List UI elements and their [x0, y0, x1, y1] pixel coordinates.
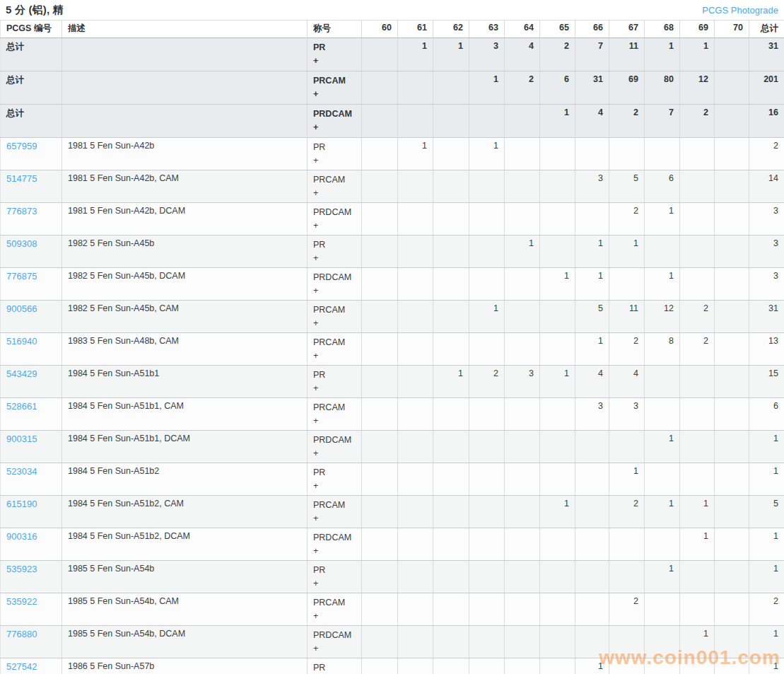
pcgs-number-link[interactable]: 900316	[6, 531, 37, 542]
row-total-cell: 3	[749, 236, 784, 268]
grade-64-cell	[505, 301, 540, 333]
row-total-cell: 1	[749, 463, 784, 496]
grade-64-cell	[505, 170, 540, 203]
row-total-cell: 2	[749, 593, 784, 626]
description-cell: 1986 5 Fen Sun-A57b	[62, 658, 308, 674]
grade-67-cell	[609, 268, 645, 301]
grade-60-cell	[362, 496, 398, 528]
pcgs-number-link[interactable]: 514775	[6, 173, 37, 184]
grade-65-cell	[540, 626, 575, 658]
grade-66-cell: 4	[575, 105, 609, 138]
designation-plus: +	[313, 88, 356, 101]
grade-65-cell	[540, 431, 575, 463]
grade-67-cell: 4	[609, 366, 645, 398]
description-cell: 1981 5 Fen Sun-A42b, CAM	[62, 170, 308, 203]
grade-69-cell	[680, 398, 715, 431]
row-total-cell: 1	[749, 561, 784, 593]
designation-plus: +	[313, 284, 356, 298]
designation-label: PRDCAM	[313, 271, 356, 284]
pcgs-number-link[interactable]: 776875	[6, 271, 37, 281]
pcgs-number-link[interactable]: 527542	[6, 661, 37, 672]
designation-label: PR	[313, 141, 356, 154]
coin-row: 5275421986 5 Fen Sun-A57bPR+11	[1, 658, 784, 674]
pcgs-number-link[interactable]: 657959	[6, 141, 37, 151]
total-label: 总计	[1, 71, 62, 105]
grade-60-cell	[362, 366, 398, 398]
grade-65-cell: 6	[540, 71, 575, 105]
grade-61-cell	[398, 105, 433, 138]
grade-68-cell: 80	[645, 71, 680, 105]
grade-62-cell	[433, 236, 469, 268]
grade-69-cell	[680, 366, 715, 398]
pcgs-number-link[interactable]: 509308	[6, 238, 37, 249]
designation-plus: +	[313, 121, 356, 134]
description-cell: 1984 5 Fen Sun-A51b1, DCAM	[62, 431, 308, 463]
pcgs-number-cell: 527542	[1, 658, 62, 674]
grade-66-cell: 1	[575, 333, 609, 366]
grade-70-cell	[715, 626, 749, 658]
row-total-cell: 1	[749, 528, 784, 561]
row-total-cell: 6	[749, 398, 784, 431]
grade-64-cell: 1	[505, 236, 540, 268]
grade-63-cell	[469, 528, 505, 561]
description-cell: 1984 5 Fen Sun-A51b1, CAM	[62, 398, 308, 431]
pcgs-number-link[interactable]: 535922	[6, 596, 37, 607]
grade-70-cell	[715, 38, 749, 71]
grade-61-cell	[398, 593, 433, 626]
grade-61-cell	[398, 626, 433, 658]
grade-62-cell: 1	[433, 38, 469, 71]
pcgs-photograde-link[interactable]: PCGS Photograde	[702, 5, 778, 16]
designation-cell: PR+	[308, 38, 362, 71]
grade-65-cell: 2	[540, 38, 575, 71]
coin-row: 6579591981 5 Fen Sun-A42bPR+112	[1, 138, 784, 170]
pcgs-number-link[interactable]: 900566	[6, 303, 37, 314]
grade-61-cell	[398, 561, 433, 593]
grade-67-cell: 69	[609, 71, 645, 105]
pcgs-number-link[interactable]: 523034	[6, 466, 37, 477]
pcgs-number-link[interactable]: 543429	[6, 368, 37, 379]
pcgs-number-link[interactable]: 516940	[6, 336, 37, 347]
grade-67-cell: 1	[609, 463, 645, 496]
column-header-designation: 称号	[308, 21, 362, 38]
pcgs-number-link[interactable]: 776873	[6, 206, 37, 216]
grade-60-cell	[362, 268, 398, 301]
coin-row: 5286611984 5 Fen Sun-A51b1, CAMPRCAM+336	[1, 398, 784, 431]
grade-65-cell	[540, 528, 575, 561]
designation-cell: PRCAM+	[308, 496, 362, 528]
grade-68-cell	[645, 626, 680, 658]
grade-62-cell	[433, 301, 469, 333]
grade-65-cell	[540, 398, 575, 431]
grade-63-cell	[469, 170, 505, 203]
grade-65-cell	[540, 658, 575, 674]
grade-64-cell	[505, 203, 540, 236]
designation-plus: +	[313, 154, 356, 168]
grade-64-cell: 3	[505, 366, 540, 398]
designation-plus: +	[313, 252, 356, 265]
grade-66-cell: 5	[575, 301, 609, 333]
row-total-cell: 1	[749, 431, 784, 463]
pcgs-number-link[interactable]: 776880	[6, 629, 37, 639]
grade-70-cell	[715, 236, 749, 268]
grade-66-cell	[575, 593, 609, 626]
designation-label: PRCAM	[313, 596, 356, 610]
pcgs-number-link[interactable]: 535923	[6, 564, 37, 574]
grade-62-cell: 1	[433, 366, 469, 398]
pcgs-number-link[interactable]: 900315	[6, 434, 37, 444]
grade-66-cell	[575, 561, 609, 593]
grade-61-cell	[398, 268, 433, 301]
grade-63-cell: 1	[469, 138, 505, 170]
designation-plus: +	[313, 382, 356, 395]
grade-68-cell	[645, 528, 680, 561]
designation-label: PR	[313, 238, 356, 252]
grade-64-cell	[505, 561, 540, 593]
coin-row: 9003151984 5 Fen Sun-A51b1, DCAMPRDCAM+1…	[1, 431, 784, 463]
grade-70-cell	[715, 71, 749, 105]
description-cell: 1983 5 Fen Sun-A48b, CAM	[62, 333, 308, 366]
grade-68-cell: 1	[645, 496, 680, 528]
designation-plus: +	[313, 349, 356, 363]
grade-66-cell	[575, 496, 609, 528]
pcgs-number-link[interactable]: 615190	[6, 499, 37, 509]
pcgs-number-link[interactable]: 528661	[6, 401, 37, 412]
grade-64-cell: 4	[505, 38, 540, 71]
grade-68-cell	[645, 658, 680, 674]
